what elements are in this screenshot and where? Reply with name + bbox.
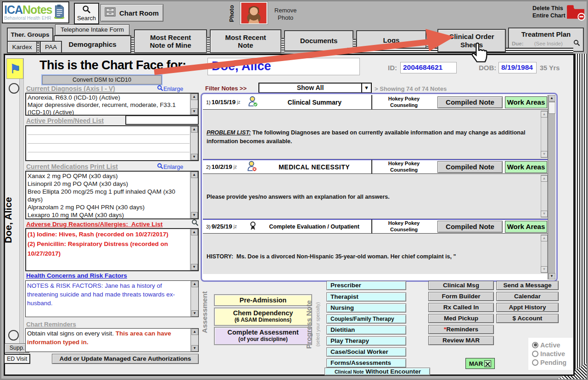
problem-row[interactable]: [28, 144, 190, 152]
calendar-button[interactable]: Calendar: [496, 292, 559, 301]
treatment-plan-search-icon[interactable]: [573, 39, 580, 48]
note-body-scrollbar[interactable]: ▲▼: [541, 235, 548, 273]
tab-most-recent-note-of-mine[interactable]: Most Recent Note of Mine: [134, 29, 207, 53]
scroll-down-icon[interactable]: ▼: [191, 345, 198, 352]
complete-assessment-button[interactable]: Complete Assessment (of your discipline): [214, 327, 312, 345]
compiled-note-button[interactable]: Compiled Note: [437, 221, 503, 233]
filter-notes-dropdown[interactable]: Show All ▼: [258, 83, 372, 93]
compiled-note-button[interactable]: Compiled Note: [437, 96, 503, 108]
convert-dsm-button[interactable]: Convert DSM to ICD10: [42, 75, 162, 84]
medication-item[interactable]: Alprazolam 2 mg PO Q4H PRN (x30 days): [28, 203, 188, 211]
note-body-scrollbar[interactable]: ▲▼: [541, 111, 548, 158]
person-x-badge-icon[interactable]: [247, 161, 257, 173]
tab-logs[interactable]: Logs: [356, 30, 426, 50]
tab-paa[interactable]: PAA: [40, 41, 62, 53]
scroll-down-icon[interactable]: ▼: [541, 211, 548, 217]
progress-btn-prescriber[interactable]: Prescriber: [326, 281, 406, 290]
problem-listbox[interactable]: ▲▼: [25, 125, 199, 161]
tab-most-recent-note[interactable]: Most Recent Note: [210, 29, 281, 53]
delete-folder-icon[interactable]: [566, 3, 585, 22]
note-title[interactable]: MEDICAL NECESSITY: [257, 163, 371, 171]
progress-btn-dietitian[interactable]: Dietitian: [326, 325, 406, 335]
progress-btn-nursing[interactable]: Nursing: [326, 303, 406, 313]
chart-radio-bottom[interactable]: [8, 330, 19, 341]
review-mar-button[interactable]: Review MAR: [428, 336, 494, 345]
account-button[interactable]: $ Account: [496, 314, 559, 323]
progress-btn-play-therapy[interactable]: Play Therapy: [326, 336, 406, 346]
medication-item[interactable]: Lisinopril 20 mg PO QAM (x30 days): [28, 180, 188, 188]
radio-selected-icon[interactable]: [532, 342, 538, 348]
notes-panel-scrollbar[interactable]: ▲ ▼: [548, 95, 555, 279]
medication-item[interactable]: Xanax 2 mg PO QPM (x30 days): [28, 172, 188, 180]
scroll-down-icon[interactable]: ▼: [541, 266, 548, 273]
scroll-up-icon[interactable]: ▲: [549, 95, 555, 101]
medication-item[interactable]: Lexapro 10 mg IM QAM (x30 days): [28, 211, 188, 219]
allergies-header[interactable]: Adverse Drug Reactions/Allergies: Active…: [26, 221, 162, 228]
send-a-message-button[interactable]: Send a Message: [496, 281, 559, 290]
tab-kardex[interactable]: Kardex: [7, 41, 37, 53]
allergies-listbox[interactable]: (1) Iodine: Hives, Rash (recorded on 10/…: [25, 228, 199, 271]
clinical-msg-button[interactable]: Clinical Msg: [428, 281, 494, 290]
med-pickup-button[interactable]: Med Pickup: [428, 314, 494, 323]
chart-room-button[interactable]: Chart Room: [101, 4, 163, 22]
scroll-up-icon[interactable]: ▲: [191, 126, 198, 133]
problem-row[interactable]: [28, 135, 190, 144]
compiled-note-button[interactable]: Compiled Note: [437, 161, 503, 173]
award-ribbon-icon[interactable]: [249, 220, 257, 233]
chart-reminders-box[interactable]: Obtain vital signs on every visit. This …: [25, 328, 199, 352]
scroll-thumb[interactable]: [549, 102, 555, 114]
scroll-up-icon[interactable]: ▲: [191, 94, 198, 100]
rx-called-in-button[interactable]: Rx Called In: [428, 303, 494, 312]
clinical-note-without-encounter-button[interactable]: Clinical Note Without Encounter: [325, 368, 430, 375]
managed-care-button[interactable]: Add or Update Managed Care Authorization…: [52, 354, 199, 364]
note-title[interactable]: Complete Evaluation / Outpatient: [257, 224, 371, 230]
radio-option-inactive[interactable]: Inactive: [532, 349, 573, 358]
scroll-up-icon[interactable]: ▲: [191, 229, 198, 235]
note-title[interactable]: Clinical Summary: [258, 99, 371, 106]
scroll-down-icon[interactable]: ▼: [191, 310, 198, 317]
search-button[interactable]: Search: [74, 3, 99, 24]
problem-list-input[interactable]: [125, 115, 199, 125]
medications-listbox[interactable]: Xanax 2 mg PO QPM (x30 days) Lisinopril …: [25, 171, 199, 219]
note-date[interactable]: 10/15/19: [212, 99, 236, 106]
reminders-button[interactable]: *Reminders: [428, 325, 494, 334]
tab-documents[interactable]: Documents: [284, 30, 353, 51]
progress-btn-forms-assessments[interactable]: Forms/Assessments: [326, 358, 406, 368]
progress-btn-case-social-worker[interactable]: Case/Social Worker: [326, 347, 406, 357]
scroll-down-icon[interactable]: ▼: [541, 151, 548, 157]
radio-option-pending[interactable]: Pending: [532, 358, 573, 367]
work-areas-button[interactable]: Work Areas: [505, 96, 547, 108]
ed-visit-button[interactable]: ED Visit: [4, 354, 30, 364]
dob-field[interactable]: 8/19/1984: [498, 62, 537, 73]
form-builder-button[interactable]: Form Builder: [428, 292, 494, 301]
work-areas-button[interactable]: Work Areas: [505, 221, 547, 233]
diagnosis-listbox[interactable]: Anorexia, R63.0 (ICD-10) (Active) Major …: [25, 93, 199, 116]
radio-icon[interactable]: [532, 359, 538, 366]
medication-item[interactable]: Breo Ellipta 200 mcg/25 mcg 1 puff inhal…: [28, 188, 188, 203]
radio-option-active[interactable]: Active: [532, 341, 573, 349]
tab-telephone-intake-form[interactable]: Telephone Intake Form: [55, 24, 129, 35]
allergies-search-icon[interactable]: [191, 219, 199, 228]
patient-name-field[interactable]: Doe, Alice: [207, 58, 360, 75]
chem-dependency-button[interactable]: Chem Dependency (6 ASAM Dimensions): [214, 307, 312, 326]
print-list-link[interactable]: Print List: [90, 163, 118, 170]
scroll-up-icon[interactable]: ▲: [541, 175, 548, 182]
chart-radio-top[interactable]: [9, 83, 19, 94]
id-field[interactable]: 2004684621: [400, 62, 457, 73]
health-concerns-box[interactable]: NOTES & RISK FACTORS: Jane has a history…: [25, 280, 199, 317]
reminders-scrollbar[interactable]: ▲▼: [190, 329, 198, 352]
radio-icon[interactable]: [532, 351, 538, 357]
scroll-down-icon[interactable]: ▼: [191, 154, 198, 160]
chart-flag[interactable]: ⚑: [6, 58, 23, 79]
problem-scrollbar[interactable]: ▲▼: [190, 126, 198, 160]
scroll-up-icon[interactable]: ▲: [541, 235, 548, 241]
medications-scrollbar[interactable]: ▲▼: [190, 172, 198, 218]
tab-demographics[interactable]: Demographics: [54, 35, 131, 53]
diagnosis-scrollbar[interactable]: ▲▼: [190, 94, 198, 115]
progress-btn-therapist[interactable]: Therapist: [326, 292, 406, 302]
problem-row[interactable]: [28, 126, 190, 135]
diagnosis-item[interactable]: Major depressive disorder, recurrent, mo…: [28, 101, 188, 116]
scroll-down-icon[interactable]: ▼: [191, 264, 198, 270]
dropdown-arrow-icon[interactable]: ▼: [361, 84, 371, 92]
scroll-down-icon[interactable]: ▼: [191, 108, 198, 115]
